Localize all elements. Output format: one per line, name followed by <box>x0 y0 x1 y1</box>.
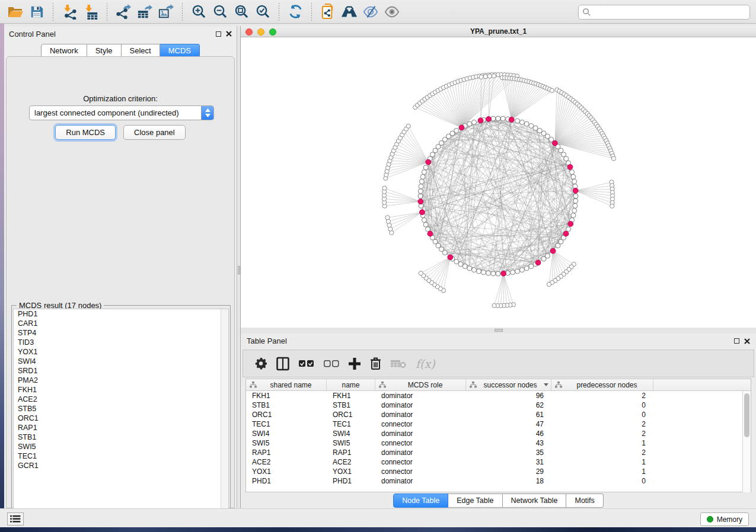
leaf-node[interactable] <box>492 303 496 307</box>
horizontal-split-divider[interactable] <box>241 328 756 334</box>
delete-column-icon[interactable] <box>370 357 381 370</box>
network-node[interactable] <box>524 266 529 271</box>
export-network-icon[interactable] <box>115 4 132 20</box>
mcds-result-item[interactable]: STP4 <box>14 328 228 338</box>
network-node[interactable] <box>423 222 428 227</box>
mcds-node[interactable] <box>535 260 541 265</box>
zoom-out-icon[interactable] <box>212 4 228 20</box>
column-header-shared-name[interactable]: shared name <box>246 379 327 390</box>
network-node[interactable] <box>423 165 428 170</box>
mcds-result-item[interactable]: PHD1 <box>14 309 228 319</box>
network-node[interactable] <box>491 271 496 276</box>
tab-node-table[interactable]: Node Table <box>393 493 448 508</box>
table-row[interactable]: YOX1YOX1connector291 <box>246 467 751 476</box>
network-node[interactable] <box>419 179 424 184</box>
add-column-icon[interactable] <box>349 358 361 370</box>
select-all-icon[interactable] <box>299 360 314 367</box>
network-node[interactable] <box>572 179 577 184</box>
network-node[interactable] <box>419 184 423 189</box>
network-node[interactable] <box>491 116 496 121</box>
mcds-list-scrollbar[interactable] <box>221 309 228 521</box>
network-node[interactable] <box>481 270 486 275</box>
leaf-node[interactable] <box>547 282 551 286</box>
mcds-node[interactable] <box>567 165 573 170</box>
network-node[interactable] <box>556 243 560 248</box>
table-settings-gear-icon[interactable] <box>255 358 267 370</box>
mcds-result-item[interactable]: ORC1 <box>14 414 228 423</box>
leaf-node[interactable] <box>406 124 410 128</box>
zoom-fit-icon[interactable] <box>233 4 250 20</box>
network-graph[interactable] <box>241 37 756 328</box>
mcds-node[interactable] <box>563 231 569 236</box>
mcds-node[interactable] <box>428 231 433 236</box>
mcds-node[interactable] <box>573 188 578 193</box>
network-node[interactable] <box>571 213 576 218</box>
run-mcds-button[interactable]: Run MCDS <box>55 125 116 140</box>
mcds-result-list[interactable]: PHD1CAR1STP4TID3YOX1SWI4SRD1PMA2FKH1ACE2… <box>13 309 229 522</box>
network-node[interactable] <box>529 123 534 128</box>
search-input[interactable] <box>591 8 746 17</box>
mcds-node[interactable] <box>419 210 425 215</box>
hide-panel-icon[interactable] <box>362 4 379 20</box>
network-node[interactable] <box>571 174 576 179</box>
table-row[interactable]: FKH1FKH1dominator962 <box>246 391 751 400</box>
mcds-node[interactable] <box>509 117 514 123</box>
network-node[interactable] <box>566 227 571 232</box>
column-header-name[interactable]: name <box>327 379 375 390</box>
close-panel-icon[interactable] <box>744 338 750 344</box>
mcds-result-item[interactable]: PMA2 <box>14 376 228 385</box>
leaf-node[interactable] <box>382 186 387 190</box>
network-node[interactable] <box>496 271 500 276</box>
column-header-successor-nodes[interactable]: successor nodes <box>466 379 551 390</box>
criterion-dropdown[interactable]: largest connected component (undirected) <box>29 105 214 120</box>
network-node[interactable] <box>418 189 423 194</box>
float-panel-icon[interactable] <box>734 338 739 344</box>
network-node[interactable] <box>564 156 569 161</box>
leaf-node[interactable] <box>492 74 496 78</box>
network-node[interactable] <box>462 264 467 269</box>
tab-select[interactable]: Select <box>122 44 160 57</box>
network-node[interactable] <box>472 268 477 273</box>
table-row[interactable]: STB1STB1dominator620 <box>246 400 751 410</box>
tab-motifs[interactable]: Motifs <box>566 493 603 508</box>
network-node[interactable] <box>500 116 505 121</box>
task-history-button[interactable] <box>7 512 24 525</box>
open-session-icon[interactable] <box>7 4 24 20</box>
tab-mcds[interactable]: MCDS <box>160 44 200 57</box>
table-row[interactable]: SWI4SWI4dominator462 <box>246 429 751 438</box>
minimize-window-icon[interactable] <box>257 28 264 36</box>
save-session-icon[interactable] <box>28 4 45 20</box>
network-node[interactable] <box>418 194 423 198</box>
import-table-icon[interactable] <box>82 4 99 20</box>
network-node[interactable] <box>511 270 515 275</box>
network-node[interactable] <box>519 120 524 124</box>
network-node[interactable] <box>420 174 425 179</box>
leaf-node[interactable] <box>610 204 614 208</box>
mcds-node[interactable] <box>568 222 573 227</box>
table-scrollbar[interactable] <box>742 391 751 492</box>
network-node[interactable] <box>425 227 430 232</box>
mcds-result-item[interactable]: ACE2 <box>14 395 228 404</box>
table-row[interactable]: SWI5SWI5connector431 <box>246 438 751 448</box>
network-node[interactable] <box>541 257 546 261</box>
node-table[interactable]: shared namenameMCDS rolesuccessor nodesp… <box>245 379 751 492</box>
network-node[interactable] <box>486 271 491 275</box>
mcds-result-item[interactable]: SWI4 <box>14 357 228 366</box>
deselect-all-icon[interactable] <box>324 360 339 367</box>
network-canvas[interactable] <box>241 37 756 328</box>
mcds-node[interactable] <box>478 118 483 123</box>
refresh-layout-icon[interactable] <box>287 4 304 20</box>
leaf-node[interactable] <box>550 88 554 92</box>
network-node[interactable] <box>529 264 534 269</box>
close-panel-icon[interactable] <box>226 31 232 37</box>
tab-edge-table[interactable]: Edge Table <box>448 493 502 508</box>
network-node[interactable] <box>573 203 578 208</box>
leaf-node[interactable] <box>386 219 390 223</box>
table-row[interactable]: ORC1ORC1dominator610 <box>246 410 751 419</box>
table-row[interactable]: ACE2ACE2connector311 <box>246 457 751 467</box>
mcds-result-item[interactable]: TID3 <box>14 338 228 347</box>
column-header-MCDS-role[interactable]: MCDS role <box>375 379 466 390</box>
network-node[interactable] <box>472 120 477 124</box>
show-columns-icon[interactable] <box>276 357 289 371</box>
export-image-icon[interactable] <box>158 4 174 20</box>
